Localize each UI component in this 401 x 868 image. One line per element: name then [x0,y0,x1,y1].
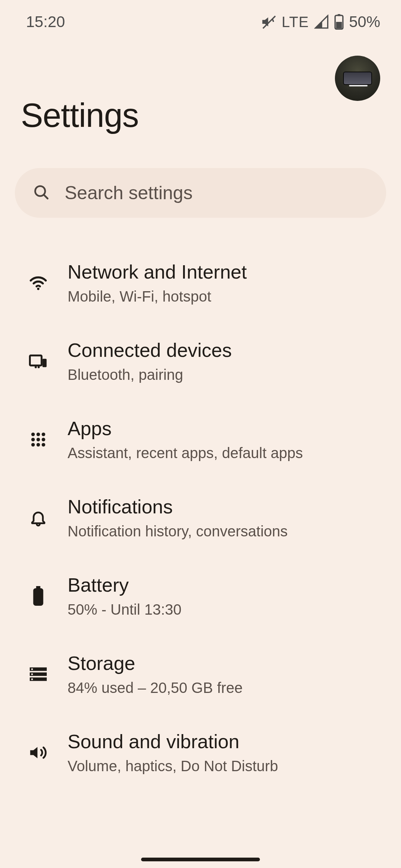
item-storage[interactable]: Storage 84% used – 20,50 GB free [0,635,401,713]
svg-rect-7 [30,355,42,365]
svg-rect-21 [33,588,43,605]
item-title: Network and Internet [68,261,247,283]
svg-rect-27 [31,678,33,680]
svg-point-19 [42,443,45,447]
svg-rect-8 [42,359,46,367]
item-notifications[interactable]: Notifications Notification history, conv… [0,479,401,557]
settings-list: Network and Internet Mobile, Wi-Fi, hots… [0,233,401,792]
item-title: Battery [68,574,182,596]
item-title: Storage [68,652,242,674]
item-sound-vibration[interactable]: Sound and vibration Volume, haptics, Do … [0,713,401,792]
header: Settings [0,33,401,135]
svg-point-17 [31,443,35,447]
search-settings[interactable]: Search settings [15,168,386,218]
wifi-icon [28,273,48,293]
battery-icon [28,586,48,606]
item-subtitle: Assistant, recent apps, default apps [68,445,303,461]
item-subtitle: Notification history, conversations [68,523,288,540]
battery-status-icon [334,14,344,30]
item-subtitle: 50% - Until 13:30 [68,601,182,618]
svg-point-18 [36,443,40,447]
item-title: Connected devices [68,339,232,361]
status-time: 15:20 [26,13,65,31]
mute-icon [261,14,277,30]
svg-rect-3 [336,22,342,29]
item-title: Sound and vibration [68,730,278,753]
item-title: Apps [68,417,303,440]
svg-point-9 [35,366,37,368]
svg-point-15 [36,438,40,441]
svg-rect-2 [338,14,340,16]
svg-line-5 [44,195,48,198]
profile-avatar[interactable] [335,56,380,101]
status-bar: 15:20 LTE 50% [0,0,401,33]
item-subtitle: Mobile, Wi-Fi, hotspot [68,288,247,305]
item-apps[interactable]: Apps Assistant, recent apps, default app… [0,400,401,479]
svg-point-11 [31,433,35,436]
svg-rect-26 [31,673,33,675]
search-icon [33,184,50,202]
storage-icon [28,664,48,684]
battery-percent: 50% [349,13,380,31]
apps-icon [28,430,48,450]
signal-icon [314,14,329,29]
page-title: Settings [21,96,380,135]
svg-point-16 [42,438,45,441]
item-subtitle: 84% used – 20,50 GB free [68,680,242,696]
svg-point-13 [42,433,45,436]
item-subtitle: Bluetooth, pairing [68,366,232,383]
svg-point-12 [36,433,40,436]
svg-point-6 [37,287,39,290]
devices-icon [28,351,48,371]
svg-point-10 [38,366,40,368]
bell-icon [28,508,48,528]
item-connected-devices[interactable]: Connected devices Bluetooth, pairing [0,322,401,400]
search-placeholder: Search settings [65,182,193,204]
volume-icon [28,743,48,763]
item-title: Notifications [68,496,288,518]
item-battery[interactable]: Battery 50% - Until 13:30 [0,557,401,635]
network-type: LTE [282,14,309,30]
svg-point-14 [31,438,35,441]
item-subtitle: Volume, haptics, Do Not Disturb [68,758,278,775]
svg-rect-25 [31,668,33,670]
nav-indicator [141,858,260,861]
status-right: LTE 50% [261,13,380,31]
item-network-internet[interactable]: Network and Internet Mobile, Wi-Fi, hots… [0,244,401,322]
